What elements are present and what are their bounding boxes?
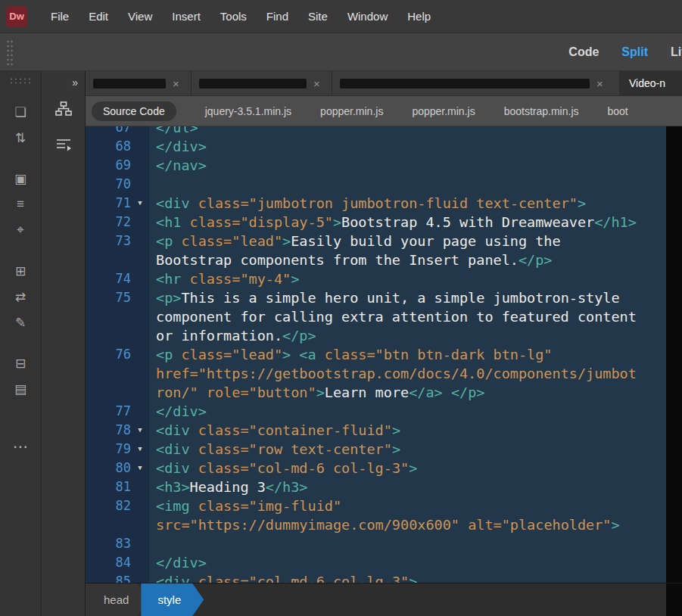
view-mode-code[interactable]: Code xyxy=(557,45,610,59)
code-text: </nav> xyxy=(149,156,207,175)
vertical-scrollbar[interactable] xyxy=(666,126,682,583)
view-toolbar: CodeSplitLive xyxy=(0,33,682,71)
menu-window[interactable]: Window xyxy=(338,10,397,23)
fold-arrow-icon[interactable]: ▼ xyxy=(131,440,149,459)
code-line[interactable]: 68</div> xyxy=(86,137,666,156)
menu-tools[interactable]: Tools xyxy=(210,10,257,23)
target-icon[interactable]: ⌖ xyxy=(0,217,41,243)
files-panel-button[interactable] xyxy=(42,101,85,120)
gutter: 76 xyxy=(86,345,149,364)
code-text: <p class="lead"> <a class="btn btn-dark … xyxy=(149,345,553,364)
menu-site[interactable]: Site xyxy=(298,10,338,23)
code-line[interactable]: 70 xyxy=(86,175,666,194)
menu-edit[interactable]: Edit xyxy=(79,10,118,23)
toolbar-group: ⊟▤ xyxy=(0,350,41,402)
line-number: 82 xyxy=(86,496,131,515)
tag-selector-head[interactable]: head xyxy=(86,583,148,616)
code-line[interactable]: href="https://getbootstrap.com/docs/4.0/… xyxy=(86,364,666,383)
code-line[interactable]: component for calling extra attention to… xyxy=(86,307,666,326)
document-icon[interactable]: ❏ xyxy=(0,99,41,125)
menu-insert[interactable]: Insert xyxy=(162,10,210,23)
line-number: 77 xyxy=(86,402,131,421)
fold-arrow-icon[interactable]: ▼ xyxy=(131,194,149,213)
menu-find[interactable]: Find xyxy=(257,10,298,23)
code-line[interactable]: 67</ul> xyxy=(86,126,666,137)
close-icon[interactable]: × xyxy=(313,77,320,90)
code-line[interactable]: Bootstrap components from the Insert pan… xyxy=(86,250,666,269)
code-line[interactable]: 85<div class="col-md-6 col-lg-3"> xyxy=(86,572,666,583)
code-line[interactable]: 80▼<div class="col-md-6 col-lg-3"> xyxy=(86,459,666,478)
gutter: 85 xyxy=(86,572,149,583)
related-file[interactable]: boot xyxy=(608,105,628,117)
source-code-button[interactable]: Source Code xyxy=(92,101,176,121)
toolbar-group: ⋯ xyxy=(0,434,41,459)
code-line[interactable]: 73<p class="lead">Easily build your page… xyxy=(86,232,666,250)
fold-arrow-icon[interactable]: ▼ xyxy=(131,459,149,478)
line-number: 83 xyxy=(86,534,131,553)
dreamweaver-window: Dw FileEditViewInsertToolsFindSiteWindow… xyxy=(0,0,682,616)
line-number: 73 xyxy=(86,232,131,250)
gutter: 71▼ xyxy=(86,194,149,213)
gutter: 79▼ xyxy=(86,440,149,459)
code-line[interactable]: 74<hr class="my-4"> xyxy=(86,269,666,288)
code-editor[interactable]: 67</ul>68</div>69</nav>7071▼<div class="… xyxy=(86,126,666,583)
gutter xyxy=(86,250,149,269)
document-tab-redacted[interactable]: × xyxy=(192,71,332,95)
tag-selector-bar: head style xyxy=(86,583,682,616)
code-line[interactable]: 78▼<div class="container-fluid"> xyxy=(86,421,666,440)
document-tab-redacted[interactable]: × xyxy=(332,71,620,95)
code-text: <div class="row text-center"> xyxy=(149,440,400,459)
code-line[interactable]: 71▼<div class="jumbotron jumbotron-fluid… xyxy=(86,194,666,213)
code-line[interactable]: 76<p class="lead"> <a class="btn btn-dar… xyxy=(86,345,666,364)
close-icon[interactable]: × xyxy=(173,77,179,90)
tab-bar: ×××Video-n xyxy=(86,71,682,96)
expand-panels-button[interactable]: » xyxy=(72,76,78,89)
document-tab-redacted[interactable]: × xyxy=(86,71,192,95)
redacted-filename xyxy=(199,79,307,89)
fold-arrow-icon[interactable]: ▼ xyxy=(131,421,149,440)
view-mode-live[interactable]: Live xyxy=(659,45,682,59)
swap-vertical-icon[interactable]: ⇅ xyxy=(0,125,41,151)
toolbar-group: ▣≡⌖ xyxy=(0,166,41,243)
dom-panel-button[interactable] xyxy=(42,138,85,154)
code-line[interactable]: 79▼<div class="row text-center"> xyxy=(86,440,666,459)
gutter: 70 xyxy=(86,175,149,194)
code-line[interactable]: 84</div> xyxy=(86,553,666,572)
gutter: 83 xyxy=(86,534,149,553)
code-line[interactable]: 75<p>This is a simple hero unit, a simpl… xyxy=(86,288,666,307)
code-text: component for calling extra attention to… xyxy=(149,307,637,326)
code-line[interactable]: or information.</p> xyxy=(86,326,666,345)
ellipsis-icon[interactable]: ⋯ xyxy=(0,434,41,459)
swap-horizontal-icon[interactable]: ⇄ xyxy=(0,284,41,310)
comment-lines-icon[interactable]: ▤ xyxy=(0,376,41,402)
code-line[interactable]: 72<h1 class="display-5">Bootstrap 4.5 wi… xyxy=(86,213,666,232)
close-icon[interactable]: × xyxy=(596,77,603,90)
code-line[interactable]: 83 xyxy=(86,534,666,553)
clipboard-icon[interactable]: ▣ xyxy=(0,166,41,191)
view-mode-split[interactable]: Split xyxy=(610,45,659,59)
tag-selector-style[interactable]: style xyxy=(141,583,204,616)
document-tab-active[interactable]: Video-n xyxy=(620,71,682,95)
code-line[interactable]: 77</div> xyxy=(86,402,666,421)
menu-file[interactable]: File xyxy=(41,10,79,23)
code-line[interactable]: 69</nav> xyxy=(86,156,666,175)
code-line[interactable]: 82<img class="img-fluid" xyxy=(86,496,666,515)
code-text: </div> xyxy=(149,402,207,421)
menu-help[interactable]: Help xyxy=(397,10,441,23)
code-line[interactable]: ron/" role="button">Learn more</a> </p> xyxy=(86,383,666,402)
comment-icon[interactable]: ⊟ xyxy=(0,350,41,376)
line-number: 68 xyxy=(86,137,131,156)
related-file[interactable]: popper.min.js xyxy=(412,105,475,117)
format-lines-icon[interactable]: ≡ xyxy=(0,191,41,217)
related-file[interactable]: popper.min.js xyxy=(320,105,383,117)
code-line[interactable]: 81<h3>Heading 3</h3> xyxy=(86,478,666,496)
menu-view[interactable]: View xyxy=(118,10,162,23)
line-number: 76 xyxy=(86,345,131,364)
code-text: <h3>Heading 3</h3> xyxy=(149,478,308,496)
related-file[interactable]: jquery-3.5.1.min.js xyxy=(205,105,291,117)
grid-icon[interactable]: ⊞ xyxy=(0,258,41,284)
related-file[interactable]: bootstrap.min.js xyxy=(504,105,579,117)
pencil-icon[interactable]: ✎ xyxy=(0,310,41,335)
line-number: 67 xyxy=(86,126,131,137)
code-line[interactable]: src="https://dummyimage.com/900x600" alt… xyxy=(86,515,666,534)
